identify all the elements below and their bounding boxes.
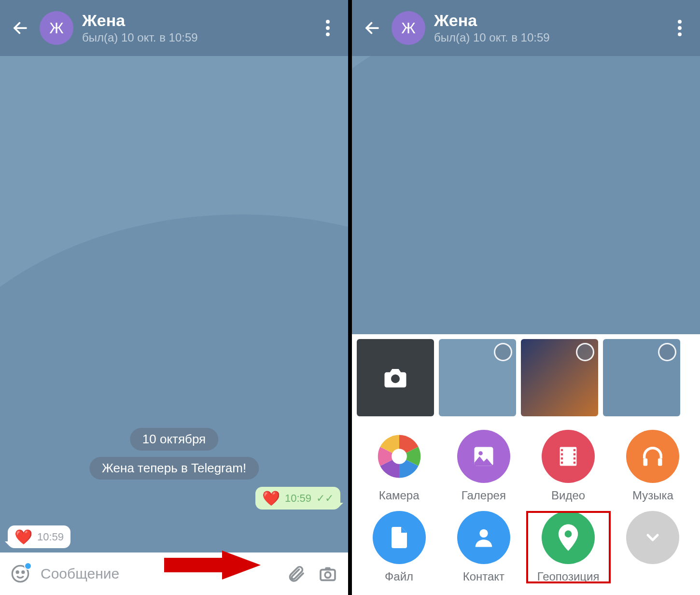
chat-header: Ж Жена был(а) 10 окт. в 10:59: [0, 0, 348, 56]
attachment-panel: Камера Галерея Видео Музыка: [352, 334, 700, 595]
chat-screen-right: Ж Жена был(а) 10 окт. в 10:59: [350, 0, 700, 595]
heart-emoji: ❤️: [14, 528, 32, 545]
select-ring-icon[interactable]: [658, 343, 676, 361]
chevron-down-icon: [643, 528, 662, 547]
svg-rect-28: [644, 458, 648, 466]
overflow-menu-button[interactable]: [669, 17, 690, 39]
svg-point-31: [565, 530, 572, 538]
chat-background[interactable]: 10 октября Жена теперь в Telegram! ❤️ 10…: [0, 56, 348, 552]
service-message-joined: Жена теперь в Telegram!: [89, 457, 259, 480]
svg-point-5: [16, 571, 18, 573]
chat-header: Ж Жена был(а) 10 окт. в 10:59: [352, 0, 700, 56]
read-ticks-icon: ✓✓: [316, 492, 334, 505]
gallery-icon: [471, 444, 496, 469]
open-camera-thumb[interactable]: [357, 339, 434, 416]
paperclip-icon: [286, 564, 306, 583]
headphones-icon: [640, 444, 665, 469]
location-pin-icon: [558, 524, 579, 551]
back-arrow-icon: [12, 19, 29, 37]
attach-gallery-button[interactable]: Галерея: [441, 430, 526, 502]
chat-title-block[interactable]: Жена был(а) 10 окт. в 10:59: [434, 12, 669, 44]
outgoing-message[interactable]: ❤️ 10:59 ✓✓: [255, 487, 340, 510]
chat-last-seen: был(а) 10 окт. в 10:59: [434, 31, 669, 44]
attachment-grid: Камера Галерея Видео Музыка: [352, 421, 700, 595]
chat-screen-left: Ж Жена был(а) 10 окт. в 10:59 10 октября…: [0, 0, 350, 595]
chat-background[interactable]: [352, 56, 700, 334]
heart-emoji: ❤️: [262, 490, 280, 507]
chat-last-seen: был(а) 10 окт. в 10:59: [82, 31, 317, 44]
avatar[interactable]: Ж: [392, 11, 425, 45]
camera-button[interactable]: [316, 562, 339, 585]
kebab-icon: [678, 20, 682, 36]
date-separator: 10 октября: [130, 428, 218, 451]
attach-label: Музыка: [632, 489, 673, 502]
emoji-notification-dot: [24, 562, 32, 570]
attach-music-button[interactable]: Музыка: [611, 430, 695, 502]
svg-point-30: [479, 529, 488, 538]
attach-collapse-button[interactable]: [611, 511, 695, 583]
svg-rect-26: [574, 457, 575, 459]
svg-rect-21: [561, 453, 563, 455]
message-time: 10:59: [285, 492, 311, 505]
message-input[interactable]: [41, 566, 276, 582]
gallery-thumb[interactable]: [603, 339, 680, 416]
camera-icon: [318, 564, 337, 583]
svg-rect-29: [658, 458, 662, 466]
recent-media-row[interactable]: [352, 334, 700, 421]
attach-video-button[interactable]: Видео: [526, 430, 611, 502]
select-ring-icon[interactable]: [494, 343, 512, 361]
camera-aperture-icon: [375, 433, 423, 481]
attach-contact-button[interactable]: Контакт: [441, 511, 526, 583]
file-icon: [388, 525, 411, 550]
chat-title: Жена: [82, 12, 317, 29]
svg-point-12: [678, 26, 682, 30]
attach-label: Камера: [379, 489, 420, 502]
gallery-thumb[interactable]: [439, 339, 516, 416]
film-icon: [556, 444, 581, 469]
svg-rect-24: [574, 449, 575, 451]
svg-point-8: [325, 572, 331, 578]
back-button[interactable]: [10, 17, 31, 39]
attach-label: Файл: [385, 570, 413, 583]
attach-label: Видео: [551, 489, 585, 502]
person-icon: [471, 525, 496, 550]
svg-rect-20: [561, 449, 563, 451]
select-ring-icon[interactable]: [576, 343, 594, 361]
attach-location-button[interactable]: Геопозиция: [526, 511, 611, 583]
svg-rect-25: [574, 453, 575, 455]
svg-point-13: [678, 32, 682, 36]
svg-point-1: [326, 20, 330, 24]
attach-label: [651, 570, 655, 583]
incoming-message[interactable]: ❤️ 10:59: [8, 525, 70, 548]
svg-point-11: [678, 20, 682, 24]
attach-file-button[interactable]: Файл: [357, 511, 441, 583]
chat-title-block[interactable]: Жена был(а) 10 окт. в 10:59: [82, 12, 317, 44]
emoji-button[interactable]: [9, 562, 32, 585]
svg-point-3: [326, 32, 330, 36]
svg-point-14: [391, 374, 400, 383]
message-time: 10:59: [37, 531, 64, 543]
attach-button[interactable]: [284, 562, 308, 585]
svg-rect-22: [561, 457, 563, 459]
background-shape: [352, 56, 700, 334]
kebab-icon: [326, 20, 330, 36]
attach-label: Геопозиция: [537, 570, 600, 583]
attach-label: Контакт: [463, 570, 504, 583]
svg-point-6: [22, 571, 24, 573]
svg-point-2: [326, 26, 330, 30]
svg-rect-23: [561, 462, 563, 464]
back-arrow-icon: [364, 19, 381, 37]
attach-label: Галерея: [462, 489, 506, 502]
overflow-menu-button[interactable]: [317, 17, 338, 39]
chat-title: Жена: [434, 12, 669, 29]
back-button[interactable]: [362, 17, 383, 39]
attach-camera-button[interactable]: Камера: [357, 430, 441, 502]
svg-point-18: [478, 451, 483, 455]
avatar[interactable]: Ж: [40, 11, 73, 45]
svg-rect-27: [574, 462, 575, 464]
gallery-thumb[interactable]: [521, 339, 598, 416]
message-input-bar: [0, 552, 348, 595]
camera-icon: [382, 365, 408, 391]
